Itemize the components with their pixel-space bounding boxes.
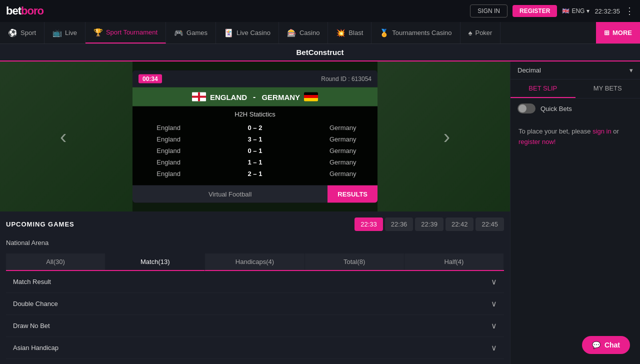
tab-total[interactable]: Total(8) [305,254,404,270]
sub-header-title: BetConstruct [296,48,344,56]
tab-all[interactable]: All(30) [6,254,106,270]
upcoming-section: UPCOMING GAMES 22:33 22:36 22:39 22:42 2… [0,212,510,364]
h2h-title: H2H Statictics [140,110,370,118]
quick-bets-row: Quick Bets [510,98,640,118]
nav-label-blast: Blast [348,29,363,36]
language-selector[interactable]: 🇬🇧 ENG ▾ [562,8,590,14]
nav-item-sport-tournament[interactable]: 🏆 Sport Tournament [86,22,166,44]
nav-more-label: MORE [612,29,632,36]
results-button[interactable]: RESULTS [328,186,378,203]
nav-label-sport: Sport [20,29,36,36]
vs-separator: - [253,92,256,102]
nav-label-poker: Poker [475,29,492,36]
register-link[interactable]: register now! [518,138,556,146]
team-right: GERMANY [262,92,318,102]
my-bets-tab[interactable]: MY BETS [576,80,640,98]
chat-button[interactable]: 💬 Chat [582,336,630,354]
time-slot-3[interactable]: 22:42 [446,218,474,231]
quick-bets-toggle[interactable] [518,104,536,114]
tab-match[interactable]: Match(13) [106,254,205,271]
bet-slip-tab[interactable]: BET SLIP [510,80,576,98]
tournaments-casino-icon: 🏅 [380,28,389,38]
chat-icon: 💬 [592,341,600,349]
nav-label-live: Live [65,29,77,36]
nav-item-live[interactable]: 📺 Live [44,22,86,44]
bet-tabs: BET SLIP MY BETS [510,80,640,98]
blast-icon: 💥 [336,28,346,38]
nav-item-casino[interactable]: 🎰 Casino [279,22,328,44]
time-slot-1[interactable]: 22:36 [385,218,414,231]
signin-button[interactable]: SIGN IN [470,4,508,18]
content-area: ‹ › 00:34 Round ID : 613054 ENGLAND - GE… [0,62,510,364]
flag-icon: 🇬🇧 [562,8,570,14]
market-row-draw-no-bet[interactable]: Draw No Bet ∨ [6,315,504,337]
time-slot-4[interactable]: 22:45 [476,218,504,231]
decimal-chevron-icon: ▾ [630,66,633,74]
team-right-name: GERMANY [262,92,300,101]
grid-icon: ⊞ [604,29,610,36]
right-panel: Decimal ▾ BET SLIP MY BETS Quick Bets To… [510,62,640,364]
match-teams: ENGLAND - GERMANY [132,88,378,106]
prev-match-button[interactable]: ‹ [60,126,66,148]
chevron-down-icon: ∨ [491,321,497,330]
time-display: 22:32:35 [594,8,620,15]
germany-flag [304,92,318,102]
upcoming-title: UPCOMING GAMES [6,220,74,228]
market-row-double-chance[interactable]: Double Chance ∨ [6,293,504,315]
tab-half[interactable]: Half(4) [404,254,504,270]
topbar-right: SIGN IN REGISTER 🇬🇧 ENG ▾ 22:32:35 ⋮ [470,4,634,18]
next-match-button[interactable]: › [444,126,450,148]
bet-info: To place your bet, please sign in or reg… [510,118,640,156]
nav-more-button[interactable]: ⊞ MORE [596,22,640,44]
nav-item-poker[interactable]: ♠ Poker [460,22,501,44]
live-casino-icon: 🃏 [224,28,234,38]
logo[interactable]: betboro [6,4,44,18]
round-id: Round ID : 613054 [321,76,372,82]
sign-in-link[interactable]: sign in [592,128,612,135]
nav-label-casino: Casino [300,29,320,36]
nav-item-tournaments-casino[interactable]: 🏅 Tournaments Casino [372,22,460,44]
chat-label: Chat [604,341,620,349]
nav-label-live-casino: Live Casino [236,29,270,36]
chevron-down-icon: ∨ [491,277,497,286]
team-left: ENGLAND [192,92,247,102]
sub-header: BetConstruct [0,44,640,62]
nav-item-games[interactable]: 🎮 Games [166,22,216,44]
market-row-asian-handicap[interactable]: Asian Handicap ∨ [6,337,504,359]
time-slot-0[interactable]: 22:33 [354,218,383,231]
sport-icon: ⚽ [8,28,18,38]
team-left-name: ENGLAND [210,92,247,101]
tab-handicaps[interactable]: Handicaps(4) [205,254,304,270]
nav-item-blast[interactable]: 💥 Blast [328,22,372,44]
virtual-bar: Virtual Football RESULTS [132,186,378,203]
market-tabs: All(30) Match(13) Handicaps(4) Total(8) … [6,254,504,271]
match-timer: 00:34 [138,74,162,84]
quick-bets-label: Quick Bets [540,105,572,112]
games-icon: 🎮 [174,28,184,38]
virtual-football-label[interactable]: Virtual Football [132,186,328,203]
h2h-section: H2H Statictics England 0 – 2 Germany Eng… [132,106,378,186]
h2h-row-1: England 0 – 2 Germany [140,122,370,134]
bet-info-text: To place your bet, please [518,128,592,135]
register-button[interactable]: REGISTER [512,5,557,17]
decimal-selector[interactable]: Decimal ▾ [510,62,640,80]
arena-label: National Arena [6,236,504,250]
poker-icon: ♠ [468,28,472,37]
h2h-row-3: England 0 – 1 Germany [140,145,370,156]
england-flag [192,92,206,102]
match-header: 00:34 Round ID : 613054 [132,70,378,88]
chevron-down-icon: ∨ [491,299,497,308]
time-slots: 22:33 22:36 22:39 22:42 22:45 [354,218,504,231]
h2h-row-5: England 2 – 1 Germany [140,168,370,180]
more-menu-icon[interactable]: ⋮ [625,6,634,16]
nav-item-sport[interactable]: ⚽ Sport [0,22,44,44]
time-slot-2[interactable]: 22:39 [415,218,444,231]
market-row-match-result[interactable]: Match Result ∨ [6,271,504,293]
video-section: ‹ › 00:34 Round ID : 613054 ENGLAND - GE… [0,62,510,212]
main-layout: ‹ › 00:34 Round ID : 613054 ENGLAND - GE… [0,62,640,364]
toggle-knob [518,104,526,112]
nav-item-live-casino[interactable]: 🃏 Live Casino [216,22,279,44]
nav-label-sport-tournament: Sport Tournament [106,28,158,36]
market-row-3way-handicap[interactable]: 3-Way Handicap ∨ [6,359,504,364]
h2h-row-2: England 3 – 1 Germany [140,134,370,145]
